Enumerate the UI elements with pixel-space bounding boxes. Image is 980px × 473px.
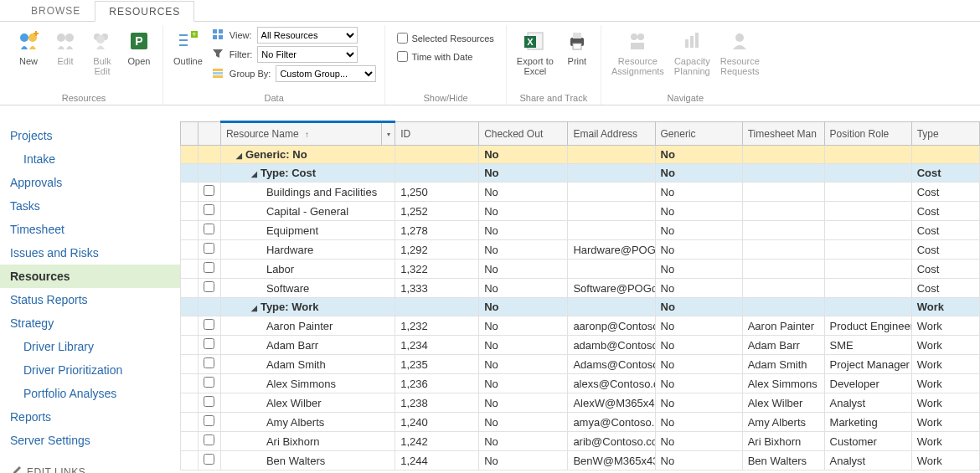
group-icon [211,67,224,80]
svg-rect-11 [179,44,188,46]
row-checkbox[interactable] [204,243,214,254]
ribbon-group-showhide: Selected Resources Time with Date Show/H… [385,25,506,105]
svg-rect-9 [179,34,188,36]
row-checkbox[interactable] [204,415,214,426]
table-row[interactable]: Alex Wilber1,238NoAlexW@M365x43NoAlex Wi… [181,393,980,413]
col-header-timesheet-man[interactable]: Timesheet Man [742,122,824,146]
sidebar-item-timesheet[interactable]: Timesheet [0,218,180,241]
collapse-icon[interactable]: ◢ [251,170,257,178]
view-select[interactable]: All Resources [257,27,358,44]
row-checkbox[interactable] [204,185,214,196]
table-row[interactable]: Alex Simmons1,236Noalexs@Contoso.cNoAlex… [181,374,980,393]
col-header-email[interactable]: Email Address [568,122,655,146]
outline-button[interactable]: + Outline [168,25,208,69]
col-header-type[interactable]: Type [911,122,979,146]
filter-select[interactable]: No Filter [257,46,358,63]
table-row[interactable]: Ben Walters1,244NoBenW@M365x43NoBen Walt… [181,451,980,470]
table-row[interactable]: Capital - General1,252NoNoCost [181,202,980,221]
capacity-planning-button[interactable]: CapacityPlanning [669,25,715,79]
col-header-checked-out[interactable]: Checked Out [479,122,568,146]
collapse-icon[interactable]: ◢ [251,304,257,312]
svg-point-3 [65,33,74,42]
svg-rect-18 [213,69,223,71]
sidebar-item-projects[interactable]: Projects [0,124,180,147]
table-row[interactable]: Equipment1,278NoNoCost [181,221,980,240]
svg-point-0 [20,33,28,42]
time-with-date-check[interactable]: Time with Date [394,49,497,64]
new-button[interactable]: New [10,25,47,69]
sidebar-item-issues-and-risks[interactable]: Issues and Risks [0,241,180,265]
outline-button-label: Outline [173,56,203,66]
col-header-id[interactable]: ID [395,122,479,146]
table-row[interactable]: Software1,333NoSoftware@POGoNoCost [181,279,980,298]
table-row[interactable]: Buildings and Facilities1,250NoNoCost [181,183,980,202]
col-header-name-label: Resource Name [226,128,299,140]
table-row[interactable]: Amy Alberts1,240Noamya@Contoso.cNoAmy Al… [181,413,980,432]
grid: Resource Name ↑ ▾ ID Checked Out Email A… [180,121,980,473]
group-row[interactable]: ◢Generic: NoNoNo [181,146,980,164]
group-row[interactable]: ◢Type: WorkNoNoWork [181,298,980,316]
row-checkbox[interactable] [204,454,214,465]
tab-resources[interactable]: RESOURCES [95,1,194,22]
col-header-checkbox[interactable] [198,122,220,146]
export-excel-button[interactable]: X Export toExcel [512,25,559,79]
row-checkbox[interactable] [204,434,214,445]
row-checkbox[interactable] [204,338,214,349]
col-header-name-dropdown[interactable]: ▾ [381,123,395,145]
pencil-icon [12,465,22,473]
edit-links-button[interactable]: EDIT LINKS [0,457,180,473]
sidebar-item-driver-library[interactable]: Driver Library [0,335,180,358]
row-checkbox[interactable] [204,357,214,368]
sidebar-item-server-settings[interactable]: Server Settings [0,429,180,452]
row-checkbox[interactable] [204,377,214,388]
collapse-icon[interactable]: ◢ [236,152,242,160]
col-header-role[interactable]: Position Role [824,122,911,146]
sidebar-item-intake[interactable]: Intake [0,147,180,171]
svg-rect-30 [685,39,689,48]
col-header-name[interactable]: Resource Name ↑ ▾ [220,122,395,146]
resource-assignments-button[interactable]: ResourceAssignments [606,25,669,79]
resource-requests-button[interactable]: ResourceRequests [715,25,765,79]
group-row[interactable]: ◢Type: CostNoNoCost [181,164,980,183]
sidebar-item-tasks[interactable]: Tasks [0,194,180,218]
table-row[interactable]: Adam Barr1,234Noadamb@ContosoNoAdam Barr… [181,336,980,355]
col-header-generic[interactable]: Generic [655,122,742,146]
table-row[interactable]: Labor1,322NoNoCost [181,260,980,279]
row-checkbox[interactable] [204,281,214,292]
svg-rect-15 [219,29,223,33]
svg-rect-20 [213,75,223,78]
ribbon-group-navigate: ResourceAssignments CapacityPlanning Res… [601,25,770,105]
group-select[interactable]: Custom Group... [276,65,376,82]
table-row[interactable]: Ari Bixhorn1,242Noarib@Contoso.coNoAri B… [181,432,980,451]
selected-resources-check[interactable]: Selected Resources [394,30,497,46]
row-checkbox[interactable] [204,204,214,215]
sidebar-item-portfolio-analyses[interactable]: Portfolio Analyses [0,382,180,405]
sidebar-item-approvals[interactable]: Approvals [0,171,180,194]
col-header-handle[interactable] [181,122,199,146]
sidebar-item-status-reports[interactable]: Status Reports [0,288,180,311]
open-button[interactable]: P Open [121,25,157,69]
row-checkbox[interactable] [204,396,214,407]
outline-icon: + [174,28,201,54]
table-row[interactable]: Aaron Painter1,232Noaaronp@ContosoNoAaro… [181,316,980,336]
sidebar-item-reports[interactable]: Reports [0,405,180,429]
sidebar-item-driver-prioritization[interactable]: Driver Prioritization [0,358,180,382]
sidebar-item-resources[interactable]: Resources [0,265,180,288]
row-checkbox[interactable] [204,319,214,330]
view-label: View: [230,30,252,40]
table-row[interactable]: Hardware1,292NoHardware@POGoNoCost [181,240,980,260]
tab-browse[interactable]: BROWSE [17,0,95,21]
ribbon-group-share-label: Share and Track [520,93,588,105]
print-button[interactable]: Print [559,25,596,69]
selected-resources-label: Selected Resources [411,33,493,44]
row-checkbox[interactable] [204,262,214,273]
edit-icon [52,28,79,54]
bulk-edit-button[interactable]: BulkEdit [84,25,121,79]
row-checkbox[interactable] [204,224,214,234]
new-icon [15,28,42,54]
sidebar-item-strategy[interactable]: Strategy [0,311,180,335]
edit-button[interactable]: Edit [47,25,84,69]
new-button-label: New [19,56,38,66]
table-row[interactable]: Adam Smith1,235NoAdams@ContosoNoAdam Smi… [181,355,980,374]
sort-asc-icon: ↑ [305,130,309,139]
